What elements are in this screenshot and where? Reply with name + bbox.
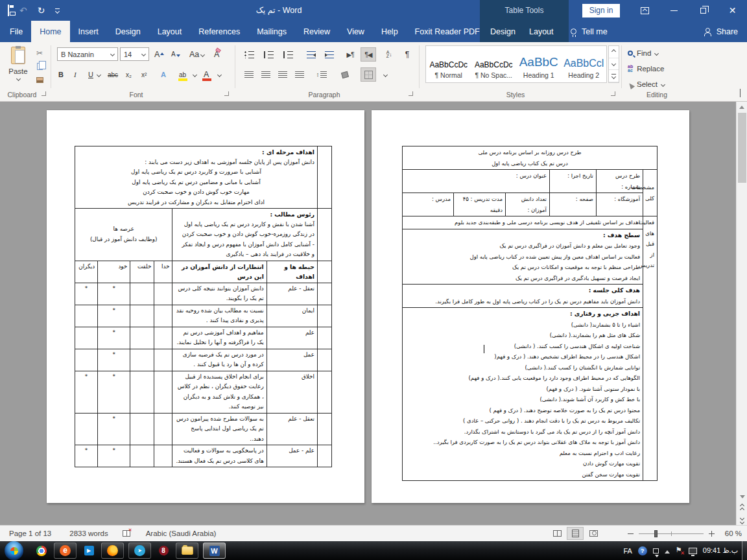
style-card-heading1[interactable]: AaBbC Heading 1 xyxy=(516,46,562,82)
paragraph-dialog-launcher[interactable] xyxy=(409,91,414,97)
paste-button[interactable]: Paste xyxy=(5,47,31,80)
font-dialog-launcher[interactable] xyxy=(224,91,230,97)
tray-up-arrow-icon[interactable] xyxy=(665,548,670,554)
web-layout-button[interactable] xyxy=(585,527,602,540)
replace-button[interactable]: abac Replace xyxy=(628,63,664,75)
numbering-button[interactable] xyxy=(261,47,276,62)
mark-god-cell[interactable] xyxy=(154,305,172,327)
styles-scroll-up-button[interactable] xyxy=(609,46,619,58)
empty-side-cell[interactable] xyxy=(317,261,331,283)
minimize-button[interactable] xyxy=(659,0,689,21)
domain-cell[interactable]: علم xyxy=(267,327,317,349)
tab-review[interactable]: Review xyxy=(295,21,338,42)
plan-title-cell[interactable]: طرح درس روزانه بر اساس برنامه درس ملی در… xyxy=(402,146,657,170)
empty-side-cell[interactable] xyxy=(317,305,331,327)
subscript-button[interactable]: x₂ xyxy=(126,67,132,82)
rtl-direction-button[interactable]: ¶◀ xyxy=(361,47,376,62)
styles-more-button[interactable] xyxy=(609,70,619,82)
contextual-tab-table-design[interactable]: Design xyxy=(481,21,525,42)
mark-creation-cell[interactable] xyxy=(130,305,154,327)
mark-creation-cell[interactable] xyxy=(130,327,154,349)
shading-button[interactable] xyxy=(337,67,353,82)
styles-dialog-launcher[interactable] xyxy=(611,91,617,97)
mark-self-cell[interactable]: * xyxy=(98,305,130,327)
stage-goals-cell[interactable]: اهداف مرحله ای : دانش آموزان پس از پایان… xyxy=(75,146,318,209)
empty-side-cell[interactable] xyxy=(317,445,331,467)
qat-customize-button[interactable] xyxy=(55,8,60,13)
increase-indent-button[interactable] xyxy=(322,47,337,62)
taskbar-firefox-button[interactable] xyxy=(101,542,124,559)
blend-line-cell[interactable]: اهداف بر اساس تلفیقی از هدف نویسی برنامه… xyxy=(402,216,643,229)
highlight-chevron[interactable] xyxy=(193,67,196,82)
line-spacing-button[interactable]: ↕ xyxy=(314,67,329,82)
mark-god-cell[interactable] xyxy=(154,371,172,413)
expectation-cell[interactable]: نسبت به مطالب بیان شده روحیه نقد پذیری و… xyxy=(172,305,267,327)
mark-others-cell[interactable] xyxy=(75,413,98,445)
tab-view[interactable]: View xyxy=(338,21,373,42)
header-creation[interactable]: خلقت xyxy=(130,261,154,283)
mark-self-cell[interactable]: * xyxy=(98,371,130,413)
clear-formatting-button[interactable]: A xyxy=(214,47,219,62)
students-cell[interactable]: تعداد دانش آموزان : xyxy=(506,193,550,216)
action-center-flag-icon[interactable] xyxy=(676,547,683,555)
taskbar-explorer-button[interactable] xyxy=(176,542,198,559)
underline-options-chevron[interactable] xyxy=(97,67,101,82)
align-right-button[interactable] xyxy=(275,67,290,82)
mark-self-cell[interactable]: * xyxy=(98,445,130,467)
exec-date-cell[interactable]: تاریخ اجرا : xyxy=(550,170,597,193)
domain-cell[interactable]: ایمان xyxy=(267,305,317,327)
borders-button[interactable] xyxy=(361,67,376,82)
close-button[interactable]: ✕ xyxy=(718,0,747,21)
zoom-percentage[interactable]: 60 % xyxy=(720,530,742,537)
session-goal-cell[interactable]: هدف کلی جلسه : دانش آموزان باید مفاهیم د… xyxy=(402,285,643,308)
mark-self-cell[interactable]: * xyxy=(98,349,130,371)
taskbar-clock[interactable]: ب.ظ 09:41 xyxy=(703,546,738,555)
specs-label-cell[interactable]: مشخصات کلی xyxy=(643,170,658,216)
mark-creation-cell[interactable] xyxy=(130,283,154,305)
bullets-button[interactable] xyxy=(241,47,257,62)
domain-cell[interactable]: عمل xyxy=(267,349,317,371)
domain-cell[interactable]: علم - عمل xyxy=(267,445,317,467)
status-word-count[interactable]: 2833 words xyxy=(69,530,108,537)
style-card-heading2[interactable]: AaBbCcl Heading 2 xyxy=(562,46,607,82)
show-desktop-button[interactable] xyxy=(742,541,747,560)
mark-creation-cell[interactable] xyxy=(130,445,154,467)
tab-layout[interactable]: Layout xyxy=(149,21,191,42)
bold-button[interactable]: B xyxy=(58,67,64,82)
mark-god-cell[interactable] xyxy=(154,283,172,305)
mark-others-cell[interactable] xyxy=(75,305,98,327)
italic-button[interactable]: I xyxy=(74,67,77,82)
expectation-cell[interactable]: در مورد درس تم یک فرضیه سازی کرده و آن ه… xyxy=(172,349,267,371)
network-icon[interactable] xyxy=(689,548,697,554)
plan-number-cell[interactable]: طرح درس شماره : xyxy=(597,170,643,193)
mark-god-cell[interactable] xyxy=(154,413,172,445)
font-color-chevron[interactable] xyxy=(218,67,221,82)
document-page-right[interactable]: طرح درس روزانه بر اساس برنامه درس ملی در… xyxy=(372,110,689,503)
text-highlight-button[interactable]: ab xyxy=(179,67,186,82)
scrollbar-thumb[interactable] xyxy=(738,113,746,183)
borders-chevron[interactable] xyxy=(377,67,393,82)
expectation-cell[interactable]: دانش آموزان بتوانند نتیجه کلی درس تم یک … xyxy=(172,283,267,305)
decrease-indent-button[interactable] xyxy=(303,47,319,62)
tab-foxit-reader-pdf[interactable]: Foxit Reader PDF xyxy=(407,21,488,42)
tab-references[interactable]: References xyxy=(190,21,248,42)
strikethrough-button[interactable]: abc xyxy=(108,67,118,82)
tab-home[interactable]: Home xyxy=(31,21,69,42)
zoom-in-button[interactable] xyxy=(709,531,715,537)
font-name-combobox[interactable]: B Nazanin xyxy=(57,47,118,61)
cut-button[interactable]: ✂ xyxy=(34,47,45,59)
status-page-count[interactable]: Page 1 of 13 xyxy=(9,530,51,537)
vertical-scrollbar[interactable] xyxy=(736,102,747,525)
sign-in-button[interactable]: Sign in xyxy=(582,4,620,18)
header-god[interactable]: خدا xyxy=(154,261,172,283)
change-case-button[interactable]: Aa xyxy=(189,47,204,62)
previous-page-button[interactable] xyxy=(741,504,744,511)
tray-language-indicator[interactable]: FA xyxy=(623,547,632,555)
lesson-title-cell[interactable]: عنوان درس : xyxy=(402,170,549,193)
tab-file[interactable]: File xyxy=(1,21,31,42)
taskbar-browser-button[interactable]: e xyxy=(54,542,77,559)
pre-teaching-label-cell[interactable]: فعالیت های قبل از تدریس xyxy=(643,216,658,481)
redo-button[interactable]: ↻ xyxy=(38,6,45,15)
zoom-slider[interactable] xyxy=(639,533,704,534)
tab-insert[interactable]: Insert xyxy=(70,21,107,42)
